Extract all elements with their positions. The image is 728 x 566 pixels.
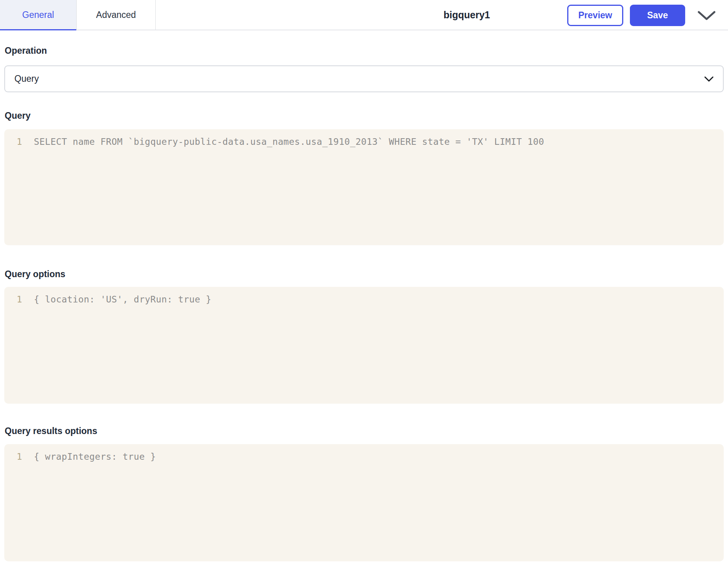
save-button[interactable]: Save [630,5,685,26]
query-code-editor[interactable]: 1 SELECT name FROM `bigquery-public-data… [4,129,724,245]
operation-selected-value: Query [14,74,39,84]
line-number: 1 [4,450,22,463]
query-label: Query [5,111,724,120]
query-results-options-label: Query results options [5,426,724,436]
query-options-code-text: { location: 'US', dryRun: true } [34,293,211,306]
tab-general[interactable]: General [0,0,77,30]
operation-label: Operation [5,46,724,55]
code-line: 1 SELECT name FROM `bigquery-public-data… [4,135,724,148]
sql-code-text: SELECT name FROM `bigquery-public-data.u… [34,135,544,148]
chevron-down-icon[interactable] [697,10,716,21]
query-config-form: Operation Query Query 1 SELECT name FROM… [0,46,728,561]
tab-advanced-label: Advanced [96,10,136,20]
tab-general-label: General [22,10,54,20]
query-title: bigquery1 [441,0,492,30]
code-line: 1 { location: 'US', dryRun: true } [4,293,724,306]
code-line: 1 { wrapIntegers: true } [4,450,724,463]
operation-select[interactable]: Query [4,65,724,92]
line-number: 1 [4,135,22,148]
preview-button[interactable]: Preview [567,5,623,26]
query-options-code-editor[interactable]: 1 { location: 'US', dryRun: true } [4,287,724,404]
query-results-options-code-editor[interactable]: 1 { wrapIntegers: true } [4,444,724,561]
line-number: 1 [4,293,22,306]
query-editor-header: General Advanced bigquery1 Preview Save [0,0,728,30]
tab-advanced[interactable]: Advanced [77,0,156,30]
chevron-down-icon [704,74,714,84]
query-results-options-code-text: { wrapIntegers: true } [34,450,156,463]
query-options-label: Query options [5,269,724,279]
